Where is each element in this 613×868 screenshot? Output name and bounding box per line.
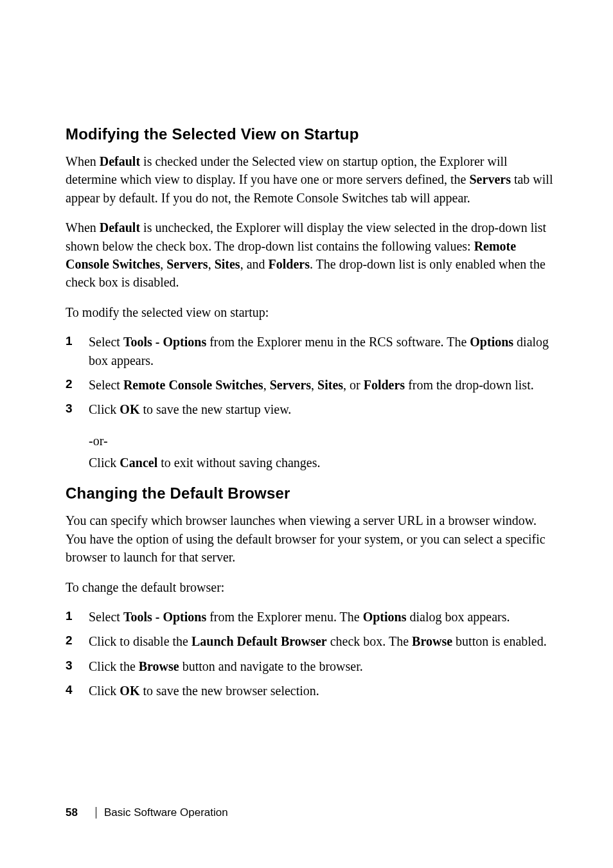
step-body: Select Tools - Options from the Explorer…	[89, 333, 555, 369]
text: ,	[263, 378, 270, 392]
bold-default: Default	[100, 154, 140, 168]
heading-modify-view: Modifying the Selected View on Startup	[66, 125, 555, 143]
step-number: 4	[66, 682, 89, 700]
bold-tools-options: Tools - Options	[123, 610, 206, 624]
text: When	[66, 220, 100, 235]
step-number: 1	[66, 608, 89, 626]
bold-rcs: Remote Console Switches	[123, 378, 263, 392]
text: dialog box appears.	[406, 610, 510, 624]
steps-list-1: 1 Select Tools - Options from the Explor…	[66, 333, 555, 419]
step-item: 4 Click OK to save the new browser selec…	[66, 682, 555, 700]
step-number: 2	[66, 632, 89, 650]
step-item: 1 Select Tools - Options from the Explor…	[66, 608, 555, 626]
text: Click	[89, 402, 120, 416]
para-s1-p1: When Default is checked under the Select…	[66, 152, 555, 207]
text: button and navigate to the browser.	[179, 659, 363, 673]
text: to exit without saving changes.	[157, 456, 320, 470]
bold-sites: Sites	[317, 378, 343, 392]
footer-divider	[96, 807, 96, 819]
text: button is enabled.	[452, 634, 547, 648]
text: from the Explorer menu in the RCS softwa…	[206, 335, 470, 349]
step-item: 3 Click OK to save the new startup view.	[66, 400, 555, 418]
para-s1-p2: When Default is unchecked, the Explorer …	[66, 218, 555, 292]
text: Click the	[89, 659, 139, 673]
text: ,	[160, 257, 166, 271]
step-item: 2 Click to disable the Launch Default Br…	[66, 632, 555, 650]
bold-ok: OK	[120, 684, 139, 698]
step-item: 3 Click the Browse button and navigate t…	[66, 657, 555, 675]
step-body: Select Tools - Options from the Explorer…	[89, 608, 555, 626]
step-body: Click the Browse button and navigate to …	[89, 657, 555, 675]
step-number: 3	[66, 400, 89, 418]
bold-default: Default	[100, 220, 140, 235]
bold-sites: Sites	[215, 257, 240, 271]
step-body: Click to disable the Launch Default Brow…	[89, 632, 555, 650]
text: , or	[343, 378, 364, 392]
step-body: Click OK to save the new startup view.	[89, 400, 555, 418]
text: to save the new startup view.	[139, 402, 291, 416]
bold-cancel: Cancel	[120, 456, 157, 470]
bold-servers: Servers	[470, 172, 511, 186]
bold-options: Options	[363, 610, 407, 624]
para-s2-p2: To change the default browser:	[66, 578, 555, 596]
or-text: -or-	[89, 432, 555, 450]
bold-browse: Browse	[139, 659, 179, 673]
para-s2-p1: You can specify which browser launches w…	[66, 511, 555, 566]
text: Select	[89, 378, 123, 392]
step-number: 2	[66, 376, 89, 394]
step-item: 1 Select Tools - Options from the Explor…	[66, 333, 555, 369]
bold-browse: Browse	[412, 634, 452, 648]
step-item: 2 Select Remote Console Switches, Server…	[66, 376, 555, 394]
page-footer: 58 Basic Software Operation	[66, 806, 228, 819]
bold-options: Options	[470, 335, 513, 349]
bold-tools-options: Tools - Options	[123, 335, 206, 349]
bold-folders: Folders	[269, 257, 310, 271]
text: Click to disable the	[89, 634, 191, 648]
text: Click	[89, 684, 120, 698]
text: , and	[240, 257, 269, 271]
page-number: 58	[66, 806, 78, 819]
text: from the drop-down list.	[405, 378, 534, 392]
bold-ok: OK	[120, 402, 139, 416]
steps-list-2: 1 Select Tools - Options from the Explor…	[66, 608, 555, 700]
text: to save the new browser selection.	[139, 684, 319, 698]
step-number: 1	[66, 333, 89, 369]
text: check box. The	[327, 634, 412, 648]
text: ,	[311, 378, 317, 392]
bold-launch-default-browser: Launch Default Browser	[191, 634, 327, 648]
bold-servers: Servers	[166, 257, 208, 271]
text: Select	[89, 610, 123, 624]
text: ,	[208, 257, 215, 271]
bold-folders: Folders	[364, 378, 405, 392]
text: Click	[89, 456, 120, 470]
page-content: Modifying the Selected View on Startup W…	[0, 0, 613, 700]
cancel-line: Click Cancel to exit without saving chan…	[89, 454, 555, 472]
text: When	[66, 154, 100, 168]
step-number: 3	[66, 657, 89, 675]
step-body: Select Remote Console Switches, Servers,…	[89, 376, 555, 394]
text: Select	[89, 335, 123, 349]
bold-servers: Servers	[270, 378, 311, 392]
footer-section: Basic Software Operation	[104, 806, 228, 819]
para-s1-p3: To modify the selected view on startup:	[66, 303, 555, 321]
text: from the Explorer menu. The	[206, 610, 362, 624]
step-body: Click OK to save the new browser selecti…	[89, 682, 555, 700]
heading-change-browser: Changing the Default Browser	[66, 484, 555, 502]
